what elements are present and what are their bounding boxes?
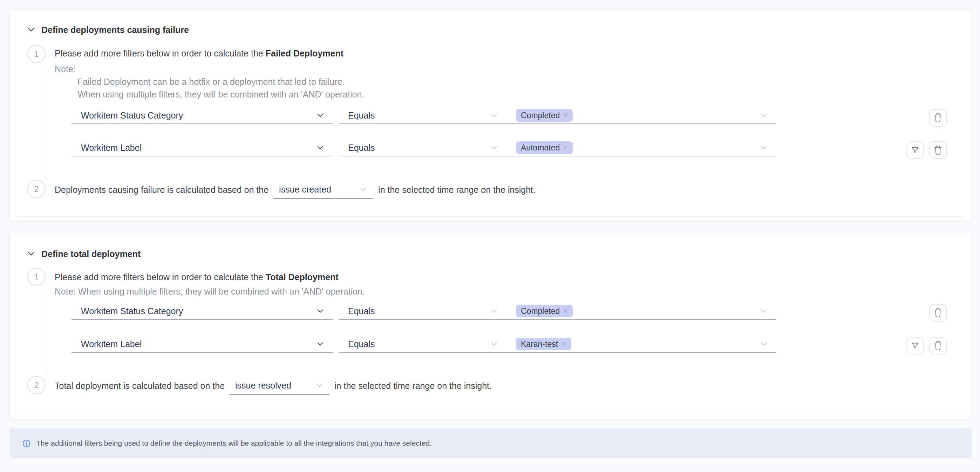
- step-1-badge: 1: [27, 268, 46, 286]
- chevron-down-icon: [317, 309, 323, 313]
- remove-tag-icon[interactable]: ×: [563, 112, 568, 119]
- event-basis-value: issue resolved: [235, 381, 291, 391]
- deployment-filter-settings-page: Define deployments causing failure 1 Ple…: [0, 0, 980, 472]
- value-tag: Automated×: [516, 141, 573, 154]
- info-banner: The additional filters being used to def…: [9, 429, 972, 458]
- filter-operator-select[interactable]: Equals: [339, 140, 507, 156]
- info-banner-text: The additional filters being used to def…: [36, 439, 432, 448]
- value-tag: Karan-test×: [516, 338, 571, 350]
- filter-field-value: Workitem Status Category: [81, 306, 183, 316]
- value-tag: Completed×: [516, 305, 573, 317]
- value-tag-label: Automated: [521, 143, 560, 153]
- remove-tag-icon[interactable]: ×: [563, 144, 568, 151]
- filter-value-select[interactable]: Karan-test×: [506, 336, 776, 353]
- step-connector-line: [46, 65, 46, 179]
- funnel-icon: [911, 146, 920, 154]
- step-2-sentence: Deployments causing failure is calculate…: [55, 180, 536, 199]
- instruction-metric-name: Failed Deployment: [266, 48, 344, 58]
- note-line: When using multiple filters, they will b…: [78, 89, 364, 99]
- filter-field-value: Workitem Label: [81, 143, 142, 153]
- instruction-text: Please add more filters below in order t…: [55, 48, 266, 58]
- note-line: Failed Deployment can be a hotfix or a d…: [78, 77, 345, 87]
- chevron-down-icon: [760, 342, 767, 346]
- filter-field-select[interactable]: Workitem Status Category: [72, 107, 333, 124]
- chevron-down-icon: [760, 146, 767, 149]
- event-basis-select[interactable]: issue resolved: [229, 376, 329, 395]
- add-subfilter-button[interactable]: [907, 141, 924, 159]
- filter-operator-value: Equals: [348, 143, 375, 153]
- event-basis-value: issue created: [279, 185, 331, 195]
- delete-filter-button[interactable]: [929, 109, 947, 127]
- filter-row: Workitem Status Category Equals Complete…: [72, 303, 776, 320]
- filter-field-value: Workitem Label: [81, 339, 142, 349]
- delete-filter-button[interactable]: [929, 337, 947, 354]
- step-1-instruction: Please add more filters below in order t…: [55, 48, 344, 58]
- chevron-down-icon: [360, 188, 366, 191]
- chevron-down-icon: [760, 309, 767, 313]
- chevron-down-icon: [491, 342, 497, 346]
- chevron-down-icon: [491, 113, 497, 117]
- step-2-sentence: Total deployment is calculated based on …: [55, 376, 492, 395]
- filter-field-select[interactable]: Workitem Label: [72, 140, 333, 156]
- event-basis-select[interactable]: issue created: [274, 180, 373, 199]
- chevron-down-icon: [491, 146, 497, 149]
- filter-row: Workitem Label Equals Karan-test×: [72, 336, 776, 353]
- trash-icon: [933, 113, 942, 123]
- step-1-instruction: Please add more filters below in order t…: [55, 272, 339, 282]
- step-connector-line: [46, 287, 46, 375]
- add-subfilter-button[interactable]: [907, 337, 924, 354]
- sentence-before: Total deployment is calculated based on …: [55, 381, 225, 391]
- filter-operator-value: Equals: [348, 339, 375, 349]
- step-2-badge: 2: [27, 376, 46, 394]
- section-title: Define deployments causing failure: [41, 25, 189, 35]
- filter-operator-select[interactable]: Equals: [339, 336, 507, 353]
- chevron-down-icon: [317, 146, 323, 149]
- info-icon: [22, 439, 30, 448]
- step-1-badge: 1: [27, 45, 46, 63]
- filter-row: Workitem Status Category Equals Complete…: [72, 107, 776, 124]
- value-tag: Completed×: [516, 109, 573, 122]
- funnel-icon: [911, 341, 920, 350]
- filter-operator-value: Equals: [348, 110, 375, 121]
- chevron-down-icon: [491, 309, 497, 313]
- section-title: Define total deployment: [41, 249, 140, 259]
- note-label: Note: When using multiple filters, they …: [55, 287, 365, 296]
- trash-icon: [933, 341, 942, 351]
- filter-field-select[interactable]: Workitem Status Category: [72, 303, 333, 320]
- remove-tag-icon[interactable]: ×: [562, 340, 566, 348]
- filter-value-select[interactable]: Completed×: [506, 107, 776, 124]
- value-tag-label: Completed: [521, 306, 560, 316]
- trash-icon: [933, 308, 942, 318]
- value-tag-label: Karan-test: [521, 340, 558, 349]
- sentence-after: in the selected time range on the insigh…: [378, 185, 536, 195]
- note-label: Note:: [55, 64, 76, 74]
- filter-field-select[interactable]: Workitem Label: [72, 336, 333, 353]
- section-divider: [18, 216, 963, 217]
- chevron-down-icon: [760, 113, 767, 117]
- collapse-chevron-icon[interactable]: [28, 27, 35, 32]
- trash-icon: [933, 145, 942, 155]
- section-divider: [18, 413, 963, 413]
- filter-value-select[interactable]: Automated×: [506, 140, 776, 156]
- collapse-chevron-icon[interactable]: [28, 252, 35, 256]
- section-define-deployments-causing-failure: Define deployments causing failure 1 Ple…: [10, 10, 972, 222]
- sentence-after: in the selected time range on the insigh…: [334, 381, 492, 391]
- sentence-before: Deployments causing failure is calculate…: [55, 185, 269, 195]
- filter-value-select[interactable]: Completed×: [506, 303, 776, 320]
- delete-filter-button[interactable]: [929, 141, 947, 159]
- filter-row: Workitem Label Equals Automated×: [72, 140, 776, 156]
- section-define-total-deployment: Define total deployment 1 Please add mor…: [10, 233, 972, 420]
- value-tag-label: Completed: [521, 111, 560, 120]
- filter-operator-select[interactable]: Equals: [339, 107, 507, 124]
- chevron-down-icon: [317, 113, 323, 117]
- remove-tag-icon[interactable]: ×: [563, 307, 568, 315]
- instruction-metric-name: Total Deployment: [266, 272, 339, 282]
- filter-field-value: Workitem Status Category: [81, 110, 183, 121]
- filter-operator-select[interactable]: Equals: [339, 303, 507, 320]
- filter-operator-value: Equals: [348, 306, 375, 316]
- delete-filter-button[interactable]: [929, 304, 947, 322]
- instruction-text: Please add more filters below in order t…: [55, 272, 266, 282]
- step-2-badge: 2: [27, 180, 46, 198]
- chevron-down-icon: [317, 384, 323, 387]
- chevron-down-icon: [317, 342, 323, 346]
